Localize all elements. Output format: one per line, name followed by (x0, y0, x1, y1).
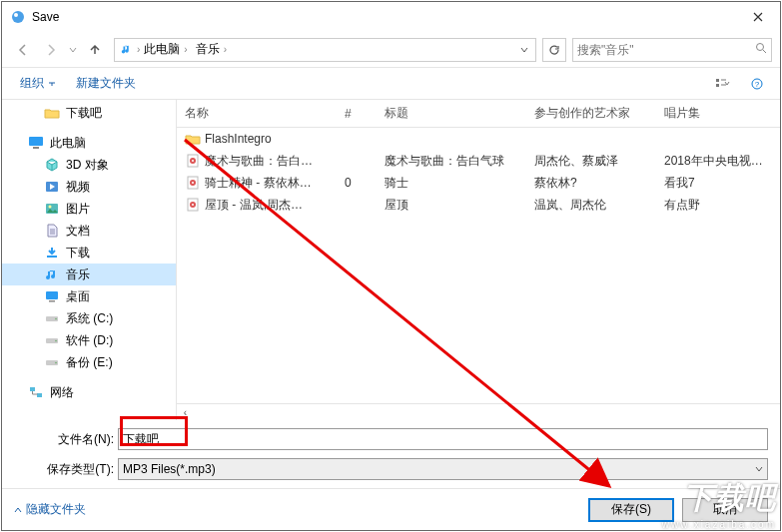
sidebar-item-pictures[interactable]: 图片 (2, 198, 176, 220)
sidebar-item-video[interactable]: 视频 (2, 176, 176, 198)
chevron-down-icon (755, 462, 763, 476)
file-row[interactable]: FlashIntegro (177, 128, 780, 150)
svg-point-24 (192, 160, 194, 162)
filename-label: 文件名(N): (14, 431, 114, 448)
sidebar-item-label: 系统 (C:) (66, 310, 113, 327)
col-artist[interactable]: 参与创作的艺术家 (526, 105, 656, 122)
sidebar-item-network[interactable]: 网络 (2, 381, 176, 403)
up-button[interactable] (82, 37, 108, 63)
svg-rect-20 (30, 387, 35, 391)
search-input[interactable] (577, 43, 755, 57)
svg-point-27 (192, 182, 194, 184)
sidebar-item-3d[interactable]: 3D 对象 (2, 154, 176, 176)
sidebar-item-label: 此电脑 (50, 135, 86, 152)
close-button[interactable] (735, 2, 780, 32)
svg-point-17 (55, 340, 57, 342)
sidebar-item-label: 3D 对象 (66, 157, 109, 174)
svg-point-1 (14, 13, 18, 17)
titlebar: Save (2, 2, 780, 32)
sidebar-item-label: 下载 (66, 245, 90, 262)
audio-file-icon (185, 153, 201, 169)
organize-button[interactable]: 组织 (10, 71, 66, 96)
svg-rect-12 (46, 291, 58, 299)
music-icon (117, 43, 137, 57)
svg-rect-8 (33, 147, 39, 149)
file-artist: 周杰伦、蔡威泽 (526, 153, 656, 170)
breadcrumb-music[interactable]: 音乐› (192, 39, 231, 61)
app-icon (10, 9, 26, 25)
file-title: 屋顶 (377, 197, 526, 214)
svg-point-30 (192, 204, 194, 206)
sidebar-item-downloads[interactable]: 下载 (2, 242, 176, 264)
sidebar-item-documents[interactable]: 文档 (2, 220, 176, 242)
refresh-button[interactable] (542, 38, 566, 62)
help-button[interactable]: ? (742, 72, 772, 96)
drive-icon (44, 310, 60, 326)
col-title[interactable]: 标题 (377, 105, 526, 122)
horizontal-scrollbar[interactable]: ‹ (177, 403, 780, 420)
file-artist: 温岚、周杰伦 (526, 197, 656, 214)
sidebar-item-drive-e[interactable]: 备份 (E:) (2, 351, 176, 373)
view-options-button[interactable] (708, 72, 738, 96)
filetype-select[interactable]: MP3 Files(*.mp3) (118, 458, 768, 480)
back-button[interactable] (10, 37, 36, 63)
sidebar-item-music[interactable]: 音乐 (2, 264, 176, 285)
music-icon (44, 266, 60, 282)
sidebar-item-label: 音乐 (66, 266, 90, 283)
save-button[interactable]: 保存(S) (588, 498, 674, 522)
picture-icon (44, 201, 60, 217)
column-headers[interactable]: 名称 # 标题 参与创作的艺术家 唱片集 (177, 100, 780, 128)
sidebar-item-download-bar[interactable]: 下载吧 (2, 102, 176, 124)
breadcrumb-dropdown[interactable] (513, 39, 533, 61)
sidebar-item-label: 网络 (50, 384, 74, 401)
folder-icon (44, 105, 60, 121)
new-folder-button[interactable]: 新建文件夹 (66, 71, 146, 96)
file-row[interactable]: 骑士精神 - 蔡依林…0骑士蔡依林?看我7 (177, 172, 780, 194)
col-num[interactable]: # (337, 107, 377, 121)
sidebar-item-label: 下载吧 (66, 105, 102, 122)
breadcrumb-this-pc[interactable]: 此电脑› (140, 39, 191, 61)
sidebar-item-drive-d[interactable]: 软件 (D:) (2, 329, 176, 351)
scroll-left-icon[interactable]: ‹ (177, 404, 194, 421)
sidebar-item-this-pc[interactable]: 此电脑 (2, 132, 176, 154)
drive-icon (44, 354, 60, 370)
file-row[interactable]: 屋顶 - 温岚,周杰…屋顶温岚、周杰伦有点野 (177, 194, 780, 216)
filename-input[interactable] (118, 428, 768, 450)
svg-rect-3 (716, 79, 719, 82)
hide-folders-button[interactable]: 隐藏文件夹 (14, 501, 86, 518)
doc-icon (44, 223, 60, 239)
navbar: › 此电脑› 音乐› (2, 32, 780, 68)
file-album: 看我7 (656, 175, 780, 192)
svg-point-2 (757, 44, 764, 51)
svg-point-19 (55, 362, 57, 364)
sidebar-item-label: 备份 (E:) (66, 354, 113, 371)
cube-icon (44, 157, 60, 173)
cancel-button[interactable]: 取消 (682, 498, 768, 522)
svg-point-15 (55, 318, 57, 320)
sidebar-item-desktop[interactable]: 桌面 (2, 285, 176, 307)
breadcrumb[interactable]: › 此电脑› 音乐› (114, 38, 536, 62)
file-row[interactable]: 魔术与歌曲：告白…魔术与歌曲：告白气球周杰伦、蔡威泽2018年中央电视台春… (177, 150, 780, 172)
sidebar-item-label: 文档 (66, 223, 90, 240)
file-title: 骑士 (377, 175, 526, 192)
file-name: FlashIntegro (205, 132, 272, 146)
search-icon (755, 42, 767, 57)
sidebar: 下载吧 此电脑 3D 对象 视频 图片 文档 下载 音乐 桌面 系统 (C:) … (2, 100, 177, 420)
network-icon (28, 384, 44, 400)
file-artist: 蔡依林? (526, 175, 656, 192)
svg-rect-13 (49, 300, 55, 302)
file-list[interactable]: FlashIntegro魔术与歌曲：告白…魔术与歌曲：告白气球周杰伦、蔡威泽20… (177, 128, 780, 403)
sidebar-item-label: 图片 (66, 201, 90, 218)
col-album[interactable]: 唱片集 (656, 105, 780, 122)
filetype-label: 保存类型(T): (14, 461, 114, 478)
recent-dropdown[interactable] (66, 37, 80, 63)
svg-text:?: ? (755, 80, 760, 89)
svg-rect-4 (716, 84, 719, 87)
col-name[interactable]: 名称 (177, 105, 337, 122)
file-area: 名称 # 标题 参与创作的艺术家 唱片集 FlashIntegro魔术与歌曲：告… (177, 100, 780, 420)
file-name: 屋顶 - 温岚,周杰… (205, 197, 303, 214)
sidebar-item-drive-c[interactable]: 系统 (C:) (2, 307, 176, 329)
chevron-up-icon (14, 506, 22, 514)
forward-button[interactable] (38, 37, 64, 63)
search-box[interactable] (572, 38, 772, 62)
